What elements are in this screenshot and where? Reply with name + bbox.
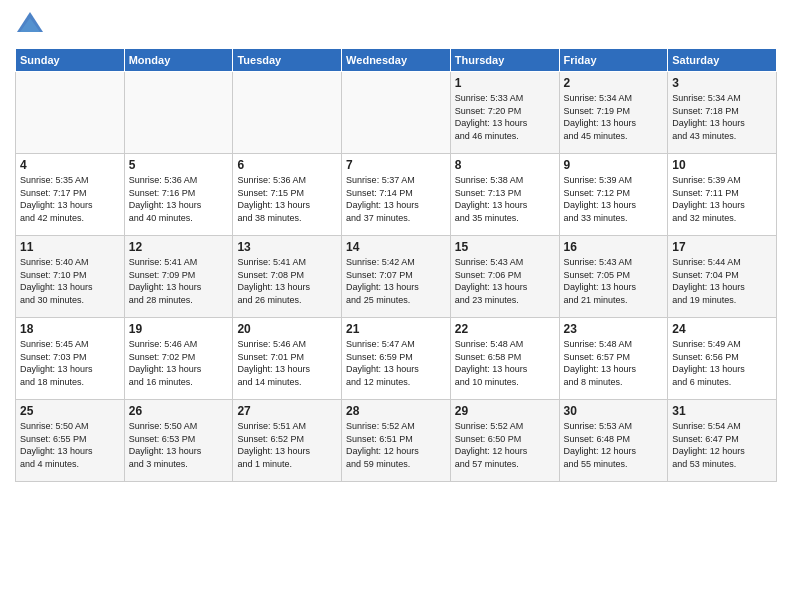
day-number: 14 [346,240,446,254]
day-number: 31 [672,404,772,418]
weekday-header-wednesday: Wednesday [342,49,451,72]
calendar-week-3: 11Sunrise: 5:40 AM Sunset: 7:10 PM Dayli… [16,236,777,318]
day-number: 2 [564,76,664,90]
day-number: 10 [672,158,772,172]
calendar-cell: 14Sunrise: 5:42 AM Sunset: 7:07 PM Dayli… [342,236,451,318]
weekday-header-friday: Friday [559,49,668,72]
day-number: 22 [455,322,555,336]
weekday-header-monday: Monday [124,49,233,72]
day-info: Sunrise: 5:50 AM Sunset: 6:53 PM Dayligh… [129,420,229,470]
day-info: Sunrise: 5:45 AM Sunset: 7:03 PM Dayligh… [20,338,120,388]
calendar-table: SundayMondayTuesdayWednesdayThursdayFrid… [15,48,777,482]
day-number: 21 [346,322,446,336]
day-number: 27 [237,404,337,418]
calendar-cell: 21Sunrise: 5:47 AM Sunset: 6:59 PM Dayli… [342,318,451,400]
calendar-cell: 2Sunrise: 5:34 AM Sunset: 7:19 PM Daylig… [559,72,668,154]
day-info: Sunrise: 5:52 AM Sunset: 6:50 PM Dayligh… [455,420,555,470]
day-info: Sunrise: 5:34 AM Sunset: 7:18 PM Dayligh… [672,92,772,142]
day-number: 29 [455,404,555,418]
weekday-header-thursday: Thursday [450,49,559,72]
day-number: 9 [564,158,664,172]
logo-icon [15,10,45,40]
calendar-cell: 23Sunrise: 5:48 AM Sunset: 6:57 PM Dayli… [559,318,668,400]
calendar-cell: 19Sunrise: 5:46 AM Sunset: 7:02 PM Dayli… [124,318,233,400]
calendar-cell: 28Sunrise: 5:52 AM Sunset: 6:51 PM Dayli… [342,400,451,482]
day-info: Sunrise: 5:37 AM Sunset: 7:14 PM Dayligh… [346,174,446,224]
day-number: 19 [129,322,229,336]
day-info: Sunrise: 5:35 AM Sunset: 7:17 PM Dayligh… [20,174,120,224]
header [15,10,777,40]
day-number: 11 [20,240,120,254]
day-info: Sunrise: 5:46 AM Sunset: 7:02 PM Dayligh… [129,338,229,388]
calendar-cell: 16Sunrise: 5:43 AM Sunset: 7:05 PM Dayli… [559,236,668,318]
calendar-cell: 18Sunrise: 5:45 AM Sunset: 7:03 PM Dayli… [16,318,125,400]
calendar-cell: 9Sunrise: 5:39 AM Sunset: 7:12 PM Daylig… [559,154,668,236]
day-number: 5 [129,158,229,172]
calendar-cell [16,72,125,154]
day-info: Sunrise: 5:53 AM Sunset: 6:48 PM Dayligh… [564,420,664,470]
day-info: Sunrise: 5:36 AM Sunset: 7:16 PM Dayligh… [129,174,229,224]
day-info: Sunrise: 5:42 AM Sunset: 7:07 PM Dayligh… [346,256,446,306]
day-info: Sunrise: 5:51 AM Sunset: 6:52 PM Dayligh… [237,420,337,470]
day-info: Sunrise: 5:39 AM Sunset: 7:11 PM Dayligh… [672,174,772,224]
day-info: Sunrise: 5:54 AM Sunset: 6:47 PM Dayligh… [672,420,772,470]
day-info: Sunrise: 5:43 AM Sunset: 7:05 PM Dayligh… [564,256,664,306]
calendar-cell: 1Sunrise: 5:33 AM Sunset: 7:20 PM Daylig… [450,72,559,154]
day-number: 25 [20,404,120,418]
day-number: 4 [20,158,120,172]
day-info: Sunrise: 5:50 AM Sunset: 6:55 PM Dayligh… [20,420,120,470]
day-number: 20 [237,322,337,336]
day-info: Sunrise: 5:43 AM Sunset: 7:06 PM Dayligh… [455,256,555,306]
day-number: 30 [564,404,664,418]
day-number: 8 [455,158,555,172]
day-info: Sunrise: 5:40 AM Sunset: 7:10 PM Dayligh… [20,256,120,306]
calendar-cell: 25Sunrise: 5:50 AM Sunset: 6:55 PM Dayli… [16,400,125,482]
weekday-header-tuesday: Tuesday [233,49,342,72]
day-info: Sunrise: 5:34 AM Sunset: 7:19 PM Dayligh… [564,92,664,142]
calendar-cell: 31Sunrise: 5:54 AM Sunset: 6:47 PM Dayli… [668,400,777,482]
day-number: 16 [564,240,664,254]
calendar-cell: 10Sunrise: 5:39 AM Sunset: 7:11 PM Dayli… [668,154,777,236]
logo [15,10,49,40]
day-info: Sunrise: 5:48 AM Sunset: 6:58 PM Dayligh… [455,338,555,388]
calendar-cell: 8Sunrise: 5:38 AM Sunset: 7:13 PM Daylig… [450,154,559,236]
day-info: Sunrise: 5:33 AM Sunset: 7:20 PM Dayligh… [455,92,555,142]
day-info: Sunrise: 5:52 AM Sunset: 6:51 PM Dayligh… [346,420,446,470]
day-number: 15 [455,240,555,254]
calendar-cell [124,72,233,154]
day-number: 23 [564,322,664,336]
calendar-cell: 6Sunrise: 5:36 AM Sunset: 7:15 PM Daylig… [233,154,342,236]
weekday-header-saturday: Saturday [668,49,777,72]
calendar-cell: 15Sunrise: 5:43 AM Sunset: 7:06 PM Dayli… [450,236,559,318]
day-number: 12 [129,240,229,254]
day-number: 3 [672,76,772,90]
calendar-week-5: 25Sunrise: 5:50 AM Sunset: 6:55 PM Dayli… [16,400,777,482]
calendar-cell: 7Sunrise: 5:37 AM Sunset: 7:14 PM Daylig… [342,154,451,236]
day-number: 24 [672,322,772,336]
calendar-cell: 20Sunrise: 5:46 AM Sunset: 7:01 PM Dayli… [233,318,342,400]
calendar-cell: 30Sunrise: 5:53 AM Sunset: 6:48 PM Dayli… [559,400,668,482]
day-info: Sunrise: 5:39 AM Sunset: 7:12 PM Dayligh… [564,174,664,224]
day-info: Sunrise: 5:46 AM Sunset: 7:01 PM Dayligh… [237,338,337,388]
day-number: 28 [346,404,446,418]
calendar-cell: 22Sunrise: 5:48 AM Sunset: 6:58 PM Dayli… [450,318,559,400]
calendar-cell: 27Sunrise: 5:51 AM Sunset: 6:52 PM Dayli… [233,400,342,482]
calendar-cell: 24Sunrise: 5:49 AM Sunset: 6:56 PM Dayli… [668,318,777,400]
calendar-cell: 5Sunrise: 5:36 AM Sunset: 7:16 PM Daylig… [124,154,233,236]
calendar-cell [342,72,451,154]
day-info: Sunrise: 5:49 AM Sunset: 6:56 PM Dayligh… [672,338,772,388]
day-number: 7 [346,158,446,172]
weekday-header-sunday: Sunday [16,49,125,72]
day-number: 6 [237,158,337,172]
calendar-cell: 11Sunrise: 5:40 AM Sunset: 7:10 PM Dayli… [16,236,125,318]
day-info: Sunrise: 5:41 AM Sunset: 7:09 PM Dayligh… [129,256,229,306]
calendar-cell: 29Sunrise: 5:52 AM Sunset: 6:50 PM Dayli… [450,400,559,482]
weekday-header-row: SundayMondayTuesdayWednesdayThursdayFrid… [16,49,777,72]
day-info: Sunrise: 5:47 AM Sunset: 6:59 PM Dayligh… [346,338,446,388]
day-info: Sunrise: 5:41 AM Sunset: 7:08 PM Dayligh… [237,256,337,306]
calendar-week-1: 1Sunrise: 5:33 AM Sunset: 7:20 PM Daylig… [16,72,777,154]
calendar-cell: 26Sunrise: 5:50 AM Sunset: 6:53 PM Dayli… [124,400,233,482]
day-info: Sunrise: 5:36 AM Sunset: 7:15 PM Dayligh… [237,174,337,224]
day-info: Sunrise: 5:48 AM Sunset: 6:57 PM Dayligh… [564,338,664,388]
day-number: 17 [672,240,772,254]
